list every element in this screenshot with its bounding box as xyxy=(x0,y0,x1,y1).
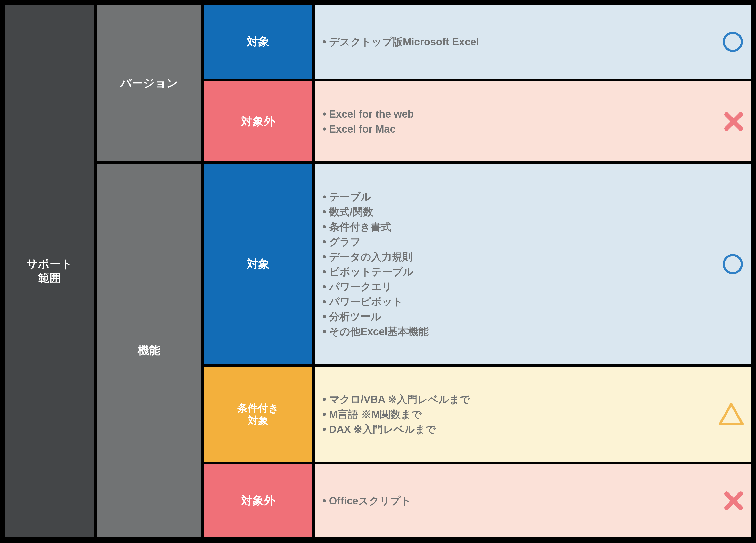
scope-header-text: サポート範囲 xyxy=(26,257,72,285)
list-item: 分析ツール xyxy=(322,309,429,324)
item-list: Excel for the webExcel for Mac xyxy=(322,107,414,136)
list-item: Excel for Mac xyxy=(322,121,414,136)
item-list: テーブル数式/関数条件付き書式グラフデータの入力規則ピボットテーブルパワークエリ… xyxy=(322,189,429,339)
list-item: デスクトップ版Microsoft Excel xyxy=(322,34,479,49)
item-list: Officeスクリプト xyxy=(322,493,411,508)
group-header-version-text: バージョン xyxy=(120,76,178,91)
list-item: M言語 ※M関数まで xyxy=(322,407,470,422)
content-version-in: デスクトップ版Microsoft Excel xyxy=(315,5,751,79)
list-item: データの入力規則 xyxy=(322,249,429,264)
status-label-version-out: 対象外 xyxy=(204,81,312,161)
scope-header: サポート範囲 xyxy=(5,5,94,537)
cross-icon xyxy=(722,110,745,133)
list-item: パワーピボット xyxy=(322,294,429,309)
group-header-version: バージョン xyxy=(97,5,201,161)
circle-icon xyxy=(721,252,745,276)
list-item: 数式/関数 xyxy=(322,204,429,219)
list-item: テーブル xyxy=(322,189,429,204)
support-scope-table: サポート範囲 バージョン 機能 対象 対象外 対象 条件付き対象 対象外 デスク… xyxy=(0,0,756,543)
list-item: パワークエリ xyxy=(322,279,429,294)
status-label-feature-in: 対象 xyxy=(204,164,312,364)
cross-icon xyxy=(722,490,745,512)
content-version-out: Excel for the webExcel for Mac xyxy=(315,81,751,161)
list-item: グラフ xyxy=(322,234,429,249)
content-feature-in: テーブル数式/関数条件付き書式グラフデータの入力規則ピボットテーブルパワークエリ… xyxy=(315,164,751,364)
status-label-feature-out: 対象外 xyxy=(204,464,312,537)
triangle-icon xyxy=(718,401,745,428)
list-item: ピボットテーブル xyxy=(322,264,429,279)
status-label-version-in: 対象 xyxy=(204,5,312,79)
list-item: 条件付き書式 xyxy=(322,219,429,234)
item-list: マクロ/VBA ※入門レベルまでM言語 ※M関数までDAX ※入門レベルまで xyxy=(322,392,470,437)
svg-point-0 xyxy=(724,33,742,51)
list-item: Officeスクリプト xyxy=(322,493,411,508)
svg-point-1 xyxy=(724,255,742,273)
content-feature-cond: マクロ/VBA ※入門レベルまでM言語 ※M関数までDAX ※入門レベルまで xyxy=(315,367,751,462)
circle-icon xyxy=(721,30,745,54)
list-item: その他Excel基本機能 xyxy=(322,324,429,339)
group-header-feature: 機能 xyxy=(97,164,201,537)
list-item: Excel for the web xyxy=(322,107,414,121)
content-feature-out: Officeスクリプト xyxy=(315,464,751,537)
group-header-feature-text: 機能 xyxy=(138,343,160,358)
list-item: DAX ※入門レベルまで xyxy=(322,422,470,437)
status-label-feature-cond: 条件付き対象 xyxy=(204,367,312,462)
item-list: デスクトップ版Microsoft Excel xyxy=(322,34,479,49)
list-item: マクロ/VBA ※入門レベルまで xyxy=(322,392,470,407)
